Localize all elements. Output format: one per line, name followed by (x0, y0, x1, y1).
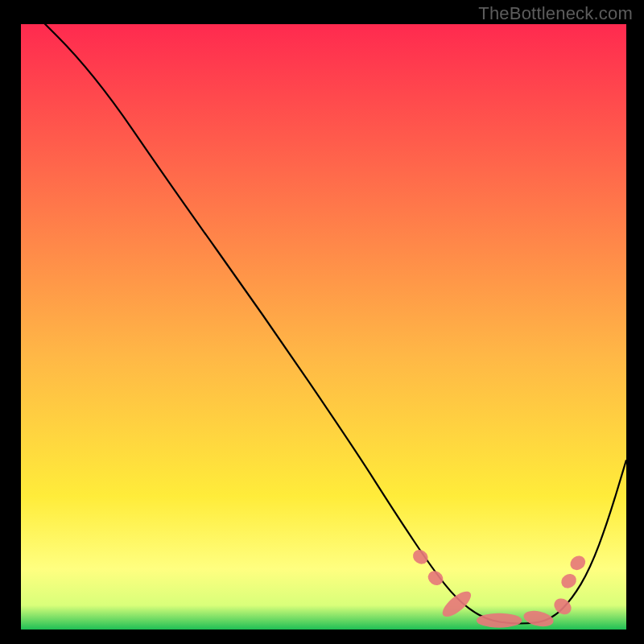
chart-svg (21, 24, 626, 630)
watermark-text: TheBottleneck.com (478, 3, 633, 24)
heat-background (21, 24, 626, 630)
stage: TheBottleneck.com (0, 0, 644, 644)
chart-plot (21, 24, 626, 630)
marker-lozenge (477, 613, 522, 628)
